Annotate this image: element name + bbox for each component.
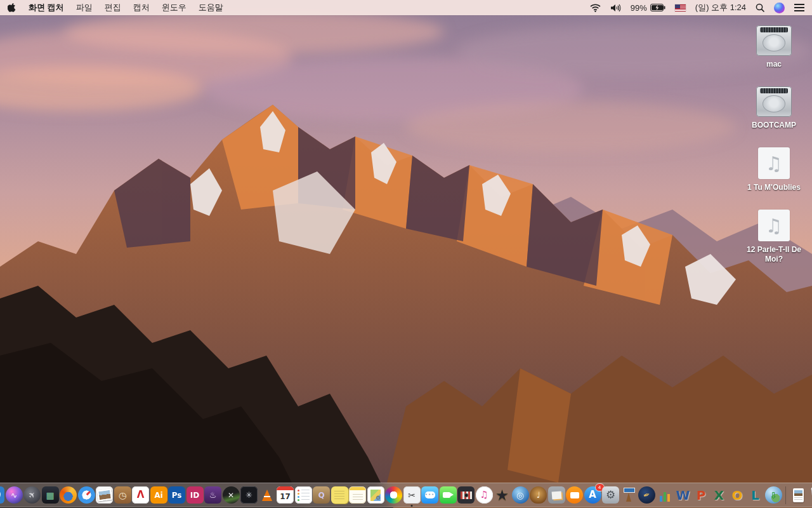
calendar-glyph: 17 — [280, 493, 291, 500]
word-glyph: W — [676, 489, 690, 502]
photoshop-dock-icon[interactable]: Ps — [168, 486, 185, 504]
idvd-dock-icon[interactable]: ◎ — [512, 486, 529, 504]
battery-status[interactable]: 99% — [631, 3, 665, 13]
iweb-glyph — [551, 491, 561, 499]
spotlight-search-icon[interactable] — [756, 3, 764, 12]
dock-separator — [785, 486, 786, 504]
photos-dock-icon[interactable] — [385, 486, 402, 504]
itunes-dock-icon[interactable]: ♫ — [476, 486, 493, 504]
preview-dock-icon[interactable] — [96, 486, 113, 504]
desktop-icon-column: macBOOTCAMP♫1 Tu M'Oublies♫12 Parle-T-Il… — [741, 25, 807, 264]
desktop: 화면 캡처 파일편집캡처윈도우도움말 99% — [0, 0, 812, 508]
desktop-item-bootcamp[interactable]: BOOTCAMP — [741, 86, 807, 130]
safari-dock-icon[interactable] — [78, 486, 95, 504]
desktop-item-12-parle-t-il-de-moi-[interactable]: ♫12 Parle-T-Il De Moi? — [741, 210, 807, 264]
downloader-glyph: ⇩ — [769, 491, 777, 500]
reminders-dock-icon[interactable] — [295, 486, 312, 504]
excel-dock-icon[interactable]: X — [710, 486, 728, 504]
messages-glyph: ••• — [425, 491, 435, 498]
menu-1[interactable]: 편집 — [105, 2, 121, 13]
outlook-glyph: O — [731, 489, 742, 502]
us-flag-icon[interactable] — [675, 4, 686, 11]
stickies-dock-icon[interactable] — [331, 486, 348, 504]
firefox-dock-icon[interactable] — [60, 486, 77, 504]
wifi-icon[interactable] — [590, 4, 601, 12]
pages-dock-icon[interactable]: ✒ — [638, 486, 655, 504]
grab-dock-icon[interactable]: ✂ — [403, 486, 421, 504]
keynote-dock-icon[interactable] — [620, 486, 638, 504]
colorsync-glyph: ⚙ — [370, 490, 381, 501]
apple-logo-icon — [8, 3, 16, 13]
mission-control-glyph: ▦ — [46, 491, 54, 500]
active-app-menu[interactable]: 화면 캡처 — [29, 2, 64, 13]
menu-bar: 화면 캡처 파일편집캡처윈도우도움말 99% — [0, 0, 812, 15]
powerpoint-dock-icon[interactable]: P — [693, 486, 710, 504]
siri-dock-icon[interactable]: ∿ — [6, 486, 23, 504]
facetime-dock-icon[interactable] — [440, 486, 457, 504]
apple-menu[interactable] — [8, 3, 16, 13]
photobooth-dock-icon[interactable] — [457, 486, 475, 504]
vlc-glyph — [262, 490, 272, 501]
calendar-dock-icon[interactable]: 17 — [277, 486, 294, 504]
downloader-dock-icon[interactable]: ⇩ — [765, 486, 782, 504]
hard-drive-icon — [756, 86, 792, 117]
desktop-item-label: 1 Tu M'Oublies — [747, 183, 801, 192]
indesign-dock-icon[interactable]: ID — [187, 486, 204, 504]
finder-dock-icon[interactable]: ☺ — [0, 486, 4, 504]
lync-dock-icon[interactable]: L — [747, 486, 764, 504]
notes-dock-icon[interactable] — [349, 486, 366, 504]
numbers-dock-icon[interactable] — [657, 486, 674, 504]
notification-center-icon[interactable] — [794, 4, 804, 11]
indesign-glyph: ID — [190, 491, 199, 499]
siri-icon[interactable] — [774, 3, 785, 13]
numbers-glyph — [664, 492, 666, 502]
grab-glyph: ✂ — [408, 491, 416, 500]
trash-icon[interactable] — [808, 486, 812, 504]
appstore-dock-icon[interactable]: A4 — [584, 486, 601, 504]
garageband-glyph: ♩ — [536, 491, 540, 499]
volume-icon[interactable] — [610, 4, 621, 12]
ibooks-dock-icon[interactable] — [566, 486, 583, 504]
launchpad-dock-icon[interactable]: ✈ — [23, 486, 41, 504]
menu-3[interactable]: 윈도우 — [162, 2, 187, 13]
itunes-glyph: ♫ — [480, 490, 488, 500]
facetime-glyph — [443, 492, 450, 498]
menu-items: 파일편집캡처윈도우도움말 — [76, 2, 223, 13]
garageband-dock-icon[interactable]: ♩ — [530, 486, 547, 504]
keynote-glyph — [626, 493, 631, 502]
audio-file-icon: ♫ — [758, 210, 790, 241]
sysprefs-dock-icon[interactable]: ⚙ — [602, 486, 619, 504]
outlook-dock-icon[interactable]: O — [729, 486, 746, 504]
menu-4[interactable]: 도움말 — [199, 2, 223, 13]
xee-dock-icon[interactable]: ✕ — [223, 486, 240, 504]
menu-0[interactable]: 파일 — [76, 2, 93, 13]
idvd-glyph: ◎ — [516, 491, 524, 500]
fanapp-dock-icon[interactable]: ✳ — [240, 486, 258, 504]
notes-glyph — [353, 494, 363, 500]
preview-glyph — [96, 489, 112, 502]
contacts-dock-icon[interactable]: ◷ — [114, 486, 131, 504]
iweb-dock-icon[interactable] — [548, 486, 565, 504]
vlc-dock-icon[interactable] — [259, 486, 276, 504]
toast-dock-icon[interactable]: ♨ — [204, 486, 221, 504]
battery-percent: 99% — [631, 3, 647, 13]
document-file-icon[interactable] — [790, 486, 807, 504]
colorsync-dock-icon[interactable]: ⚙ — [367, 486, 384, 504]
word-dock-icon[interactable]: W — [674, 486, 691, 504]
dock: ☺∿✈▦◷ΛAiPsID♨✕✳17Q⚙✂•••♫★◎♩A4⚙✒WPXOL⇩ — [0, 483, 812, 507]
desktop-item-mac[interactable]: mac — [741, 25, 807, 69]
menu-clock[interactable]: (일) 오후 1:24 — [695, 2, 746, 13]
xee-glyph: ✕ — [228, 491, 234, 499]
desktop-item-1-tu-m-oublies[interactable]: ♫1 Tu M'Oublies — [741, 147, 807, 192]
illustrator-dock-icon[interactable]: Ai — [150, 486, 167, 504]
desktop-item-label: mac — [766, 60, 782, 69]
unarchiver-dock-icon[interactable]: Q — [313, 486, 330, 504]
launchpad-glyph: ✈ — [27, 490, 37, 500]
messages-dock-icon[interactable]: ••• — [421, 486, 438, 504]
desktop-item-label: 12 Parle-T-Il De Moi? — [741, 245, 807, 264]
imovie-dock-icon[interactable]: ★ — [494, 486, 511, 504]
battery-charging-icon — [650, 4, 665, 11]
acrobat-dock-icon[interactable]: Λ — [132, 486, 149, 504]
mission-control-dock-icon[interactable]: ▦ — [42, 486, 59, 504]
menu-2[interactable]: 캡처 — [133, 2, 150, 13]
